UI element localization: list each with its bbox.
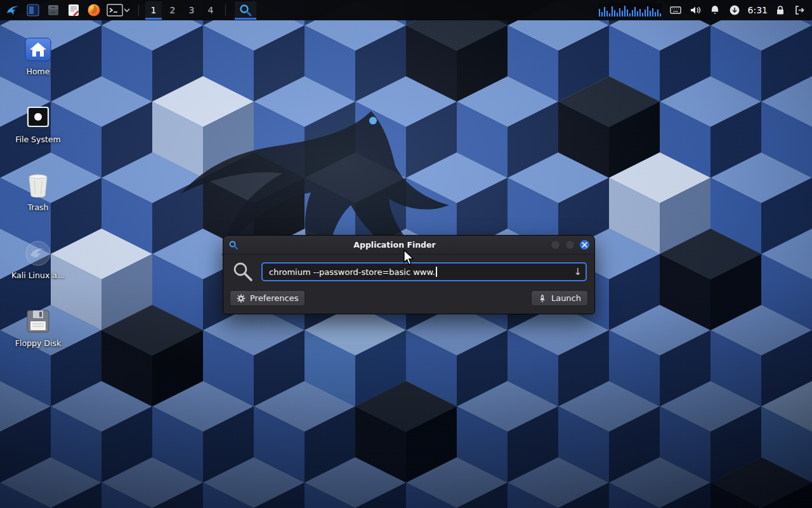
launch-button[interactable]: Launch xyxy=(531,290,588,306)
preferences-label: Preferences xyxy=(250,293,298,303)
desktop-icon-label: Home xyxy=(27,67,50,76)
floppy-disk-icon xyxy=(24,307,52,335)
top-panel: 1 2 3 4 6:31 xyxy=(0,0,812,20)
system-tray: 6:31 xyxy=(599,3,808,17)
titlebar[interactable]: Application Finder xyxy=(223,236,594,255)
launcher-app-window-button[interactable] xyxy=(24,1,42,19)
desktop-icon-kali-linux[interactable]: Kali Linux a... xyxy=(10,239,66,280)
application-finder-icon xyxy=(239,3,252,17)
minimize-button[interactable] xyxy=(551,240,560,250)
kali-logo-icon xyxy=(5,3,20,18)
desktop-icon-file-system[interactable]: File System xyxy=(10,104,66,144)
command-input-text: chromium --password-store=basic www. xyxy=(269,267,435,277)
launcher-text-editor-button[interactable] xyxy=(65,1,82,19)
lock-icon[interactable] xyxy=(775,4,786,17)
home-icon xyxy=(24,36,52,64)
preferences-button[interactable]: Preferences xyxy=(230,290,305,306)
application-finder-icon xyxy=(228,240,239,250)
separator xyxy=(225,4,226,16)
launcher-terminal-button[interactable] xyxy=(105,1,132,19)
close-icon xyxy=(582,242,587,248)
chevron-down-icon[interactable] xyxy=(123,3,131,17)
desktop-icon-home[interactable]: Home xyxy=(10,36,66,76)
window-button-application-finder[interactable] xyxy=(235,1,256,20)
launch-label: Launch xyxy=(551,293,581,303)
terminal-icon xyxy=(107,3,123,17)
search-icon xyxy=(232,261,254,283)
cpu-graph[interactable] xyxy=(599,3,662,17)
clock[interactable]: 6:31 xyxy=(748,5,768,15)
file-manager-icon xyxy=(46,3,61,18)
gear-icon xyxy=(237,294,246,303)
maximize-button[interactable] xyxy=(565,240,575,250)
keyboard-icon[interactable] xyxy=(669,4,682,17)
command-input[interactable]: chromium --password-store=basic www. ↓ xyxy=(261,262,587,281)
close-button[interactable] xyxy=(580,240,589,250)
desktop-icon-label: File System xyxy=(15,135,61,144)
launcher-firefox-button[interactable] xyxy=(85,1,103,19)
desktop-icon-trash[interactable]: Trash xyxy=(10,171,66,212)
desktop-icon-label: Floppy Disk xyxy=(15,339,61,348)
notifications-bell-icon[interactable] xyxy=(709,4,721,17)
history-dropdown-arrow[interactable]: ↓ xyxy=(573,267,582,277)
workspace-4[interactable]: 4 xyxy=(202,1,219,20)
kali-menu-button[interactable] xyxy=(4,1,22,19)
workspace-2[interactable]: 2 xyxy=(164,1,181,20)
file-system-icon xyxy=(24,104,52,131)
volume-icon[interactable] xyxy=(689,4,702,17)
window-title: Application Finder xyxy=(242,240,547,250)
application-finder-window: Application Finder chromium --password-s… xyxy=(223,235,595,314)
app-window-icon xyxy=(25,3,41,18)
text-caret xyxy=(436,267,437,277)
launcher-file-manager-button[interactable] xyxy=(44,1,62,19)
updates-icon[interactable] xyxy=(728,4,741,17)
firefox-icon xyxy=(86,3,102,18)
desktop-icon-floppy-disk[interactable]: Floppy Disk xyxy=(10,307,66,348)
workspace-1[interactable]: 1 xyxy=(145,1,162,20)
trash-icon xyxy=(24,171,52,199)
kali-emblem-icon xyxy=(24,239,52,267)
logout-icon[interactable] xyxy=(793,4,806,17)
workspace-3[interactable]: 3 xyxy=(183,1,200,20)
launch-icon xyxy=(538,294,547,303)
separator xyxy=(138,4,139,16)
desktop-icon-label: Kali Linux a... xyxy=(11,271,65,280)
desktop-icon-label: Trash xyxy=(27,203,48,212)
text-editor-icon xyxy=(66,3,81,18)
